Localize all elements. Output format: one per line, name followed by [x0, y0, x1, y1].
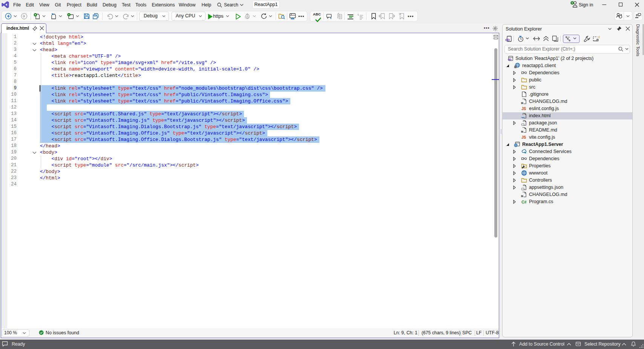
svg-text:{}: {} [521, 187, 525, 190]
svg-text:‹●›: ‹●› [521, 116, 525, 119]
svg-text:JS: JS [521, 107, 526, 111]
svg-text:JS: JS [521, 135, 526, 139]
svg-text:C#: C# [521, 200, 527, 204]
svg-text:M↓: M↓ [521, 195, 524, 197]
svg-text:M↓: M↓ [521, 102, 524, 104]
svg-text:{}: {} [521, 122, 525, 126]
svg-text:M↓: M↓ [521, 130, 524, 133]
